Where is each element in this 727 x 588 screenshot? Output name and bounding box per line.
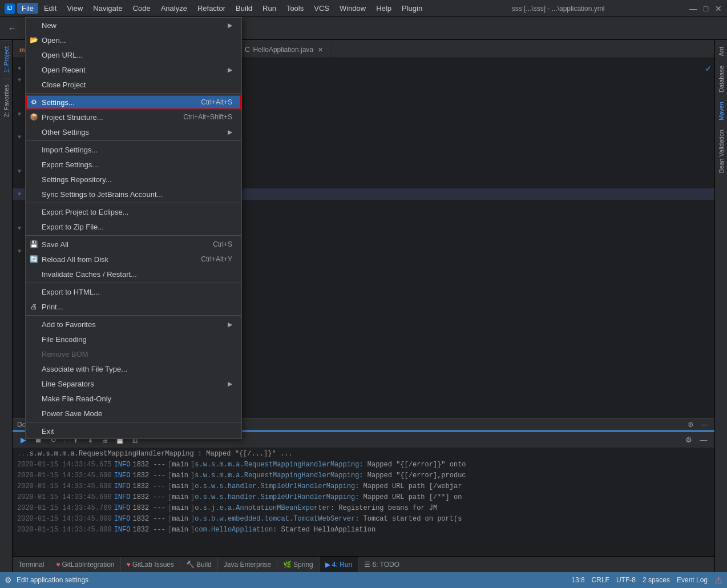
menu-item-export-eclipse[interactable]: Export Project to Eclipse...	[26, 204, 241, 219]
menu-item-reload[interactable]: 🔄 Reload All from Disk Ctrl+Alt+Y	[26, 252, 241, 267]
right-tab-bean[interactable]: Bean Validation	[717, 125, 726, 178]
sep-7	[26, 422, 241, 422]
other-settings-arrow: ▶	[228, 128, 232, 136]
menu-item-new[interactable]: New ▶	[26, 18, 241, 33]
bottom-tab-terminal[interactable]: Terminal	[13, 557, 50, 572]
menu-file-encoding-label: File Encoding	[42, 335, 87, 344]
menu-navigate[interactable]: Navigate	[88, 3, 127, 14]
menu-item-exit[interactable]: Exit	[26, 424, 241, 438]
right-tab-database[interactable]: Database	[717, 61, 726, 97]
minimize-panel-icon[interactable]: —	[698, 419, 710, 430]
sep-1	[26, 93, 241, 94]
menu-item-settings-repo[interactable]: Settings Repository...	[26, 172, 241, 187]
status-position[interactable]: 13:8	[571, 576, 584, 584]
menu-item-export-zip[interactable]: Export to Zip File...	[26, 219, 241, 234]
settings-icon[interactable]: ⚙	[685, 419, 696, 430]
right-tab-maven[interactable]: Maven	[717, 97, 726, 125]
gitlab-icon: ♥	[56, 561, 60, 569]
maximize-button[interactable]: □	[702, 5, 710, 13]
menu-item-file-encoding[interactable]: File Encoding	[26, 332, 241, 347]
fold-2[interactable]: ▼	[15, 77, 24, 83]
menu-sync-settings-label: Sync Settings to JetBrains Account...	[42, 190, 163, 199]
save-icon: 💾	[29, 240, 38, 248]
menu-item-make-readonly[interactable]: Make File Read-Only	[26, 391, 241, 406]
left-tab-favorites[interactable]: 2: Favorites	[2, 78, 11, 123]
settings-shortcut: Ctrl+Alt+S	[201, 98, 232, 106]
menu-window[interactable]: Window	[335, 3, 370, 14]
fold-17[interactable]: ▼	[15, 248, 24, 255]
menu-item-export-html[interactable]: Export to HTML...	[26, 284, 241, 299]
menu-tools[interactable]: Tools	[282, 3, 308, 14]
status-indent[interactable]: 2 spaces	[643, 576, 670, 584]
favorites-arrow: ▶	[228, 321, 232, 328]
project-structure-icon: 📦	[29, 113, 38, 121]
status-left: ⚙ Edit application settings	[5, 575, 88, 585]
fold-7[interactable]: ▼	[15, 134, 24, 140]
titlebar: IJ File Edit View Navigate Code Analyze …	[0, 0, 727, 17]
bottom-tab-gitlab-issues[interactable]: ♥ GitLab Issues	[121, 557, 181, 572]
menu-vcs[interactable]: VCS	[309, 3, 334, 14]
menu-analyze[interactable]: Analyze	[156, 3, 192, 14]
menu-export-eclipse-label: Export Project to Eclipse...	[42, 208, 128, 216]
settings-gear-icon: ⚙	[29, 98, 38, 106]
close-button[interactable]: ✕	[714, 5, 722, 13]
menu-item-line-sep[interactable]: Line Separators ▶	[26, 376, 241, 391]
menu-build[interactable]: Build	[231, 3, 257, 14]
bottom-tab-run[interactable]: ▶ 4: Run	[320, 557, 358, 572]
bottom-tab-todo[interactable]: ☰ 6: TODO	[358, 557, 405, 572]
bottom-tab-build[interactable]: 🔨 Build	[180, 557, 218, 572]
bottom-close-btn[interactable]: —	[697, 433, 710, 446]
menu-view[interactable]: View	[62, 3, 87, 14]
bottom-tab-gitlab-int[interactable]: ♥ GitLabIntegration	[50, 557, 120, 572]
menu-run[interactable]: Run	[258, 3, 281, 14]
bottom-tab-java-enterprise[interactable]: Java Enterprise	[218, 557, 277, 572]
pom-icon: m	[19, 46, 25, 53]
sep-2	[26, 140, 241, 141]
minimize-button[interactable]: —	[689, 5, 697, 13]
fold-15[interactable]: ▼	[15, 225, 24, 232]
menu-item-print[interactable]: 🖨 Print...	[26, 299, 241, 314]
fold-1[interactable]: ▼	[15, 66, 24, 72]
menu-plugin[interactable]: Plugin	[397, 3, 427, 14]
menu-item-sync-settings[interactable]: Sync Settings to JetBrains Account...	[26, 187, 241, 202]
menu-item-open-recent[interactable]: Open Recent ▶	[26, 62, 241, 77]
bottom-settings-btn[interactable]: ⚙	[682, 433, 695, 446]
status-crlf[interactable]: CRLF	[592, 576, 609, 584]
status-event-log[interactable]: Event Log	[677, 576, 708, 584]
menu-item-import-settings[interactable]: Import Settings...	[26, 142, 241, 157]
fold-5[interactable]: ▼	[15, 111, 24, 118]
fold-12[interactable]: ▼	[15, 191, 24, 198]
menu-item-settings[interactable]: ⚙ Settings... Ctrl+Alt+S	[26, 95, 241, 110]
appliation-icon: C	[245, 46, 250, 54]
menu-item-other-settings[interactable]: Other Settings ▶	[26, 124, 241, 139]
status-error-icon[interactable]: ⚠	[714, 575, 722, 586]
gitlab-issues-icon: ♥	[127, 561, 131, 569]
menu-code[interactable]: Code	[128, 3, 155, 14]
menu-item-open[interactable]: 📂 Open...	[26, 33, 241, 47]
tab-hello-appliation-close[interactable]: ✕	[317, 46, 325, 54]
menu-file[interactable]: File	[17, 3, 38, 14]
menu-other-settings-label: Other Settings	[42, 128, 89, 136]
bottom-tab-spring[interactable]: 🌿 Spring	[277, 557, 320, 572]
menu-item-power-save[interactable]: Power Save Mode	[26, 406, 241, 421]
menu-item-export-settings[interactable]: Export Settings...	[26, 157, 241, 172]
menu-refactor[interactable]: Refactor	[193, 3, 230, 14]
menu-item-close-project[interactable]: Close Project	[26, 77, 241, 92]
toolbar-back[interactable]: ←	[5, 21, 21, 37]
menu-item-save-all[interactable]: 💾 Save All Ctrl+S	[26, 237, 241, 252]
menu-item-associate[interactable]: Associate with File Type...	[26, 361, 241, 376]
menu-edit[interactable]: Edit	[39, 3, 61, 14]
menu-invalidate-label: Invalidate Caches / Restart...	[42, 270, 137, 279]
menu-item-invalidate[interactable]: Invalidate Caches / Restart...	[26, 267, 241, 281]
open-folder-icon: 📂	[29, 36, 38, 44]
menu-item-open-url[interactable]: Open URL...	[26, 47, 241, 62]
recent-arrow: ▶	[228, 66, 232, 74]
status-encoding[interactable]: UTF-8	[616, 576, 636, 584]
menu-item-project-structure[interactable]: 📦 Project Structure... Ctrl+Alt+Shift+S	[26, 110, 241, 124]
tab-hello-appliation[interactable]: C HelloAppliation.java ✕	[238, 42, 332, 58]
right-tab-ant[interactable]: Ant	[717, 42, 726, 61]
menu-help[interactable]: Help	[371, 3, 396, 14]
left-tab-project[interactable]: 1: Project	[2, 40, 11, 78]
fold-10[interactable]: ▼	[15, 168, 24, 175]
menu-item-add-favorites[interactable]: Add to Favorites ▶	[26, 317, 241, 332]
